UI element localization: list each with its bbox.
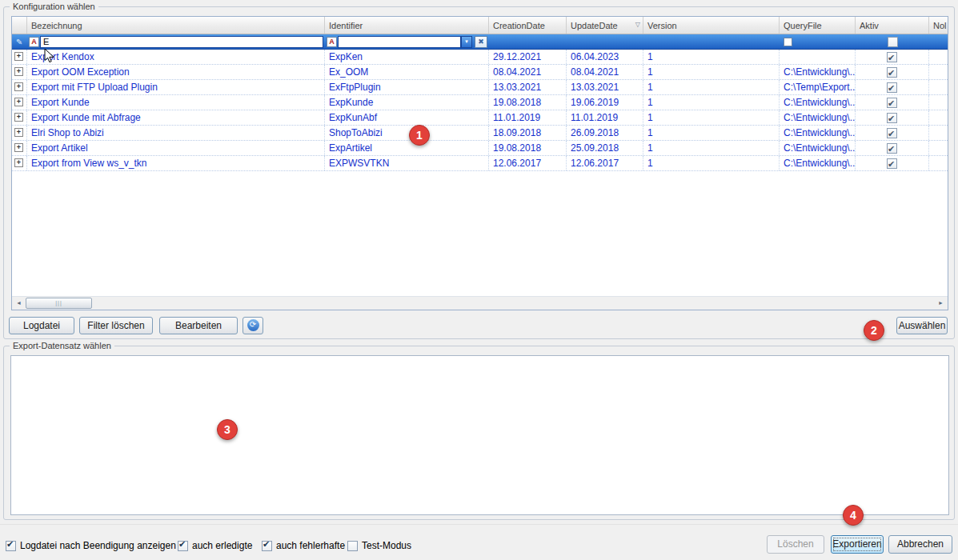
cell-nol — [929, 65, 948, 79]
cell-updatedate: 25.09.2018 — [567, 141, 643, 155]
cell-updatedate: 12.06.2017 — [567, 156, 643, 170]
exportieren-button[interactable]: Exportieren — [831, 535, 884, 554]
aktiv-checkbox[interactable]: ✔ — [887, 143, 897, 154]
filter-queryfile-box[interactable] — [784, 38, 792, 46]
grid-header-queryfile[interactable]: QueryFile — [780, 17, 856, 34]
aktiv-checkbox[interactable]: ✔ — [887, 82, 897, 93]
expand-icon[interactable]: + — [14, 52, 23, 61]
footer-checkbox[interactable]: ✔auch erledigte — [178, 540, 252, 551]
cell-version: 1 — [643, 126, 780, 140]
expand-icon[interactable]: + — [14, 98, 23, 106]
loeschen-button[interactable]: Löschen — [767, 535, 824, 554]
aktiv-checkbox[interactable]: ✔ — [887, 158, 897, 169]
cell-identifier[interactable]: ExpKunAbf — [325, 110, 489, 125]
filter-identifier-input[interactable] — [338, 36, 461, 48]
cell-identifier[interactable]: ExFtpPlugin — [325, 80, 489, 94]
cell-version: 1 — [643, 95, 780, 110]
cell-identifier[interactable]: ExpKen — [325, 50, 489, 64]
grid-header-updatedate[interactable]: UpdateDate▽ — [567, 17, 643, 34]
expand-icon[interactable]: + — [14, 128, 23, 137]
cell-bezeichnung[interactable]: Export mit FTP Upload Plugin — [27, 80, 325, 94]
footer-bar: ✔Logdatei nach Beendigung anzeigen ✔auch… — [0, 524, 958, 560]
table-row[interactable]: + Export Kunde ExpKunde 19.08.2018 19.06… — [12, 95, 948, 110]
expand-icon[interactable]: + — [14, 82, 23, 91]
filter-type-a-icon[interactable]: A — [327, 37, 337, 47]
cell-nol — [929, 95, 948, 110]
grid-header-version[interactable]: Version — [643, 17, 780, 34]
cell-updatedate: 11.01.2019 — [567, 110, 643, 125]
cell-bezeichnung[interactable]: Export Kunde — [27, 95, 325, 110]
footer-checkbox[interactable]: ✔Test-Modus — [347, 540, 411, 551]
cell-nol — [929, 110, 948, 125]
table-row[interactable]: + Export from View ws_v_tkn EXPWSVTKN 12… — [12, 156, 948, 171]
cell-identifier[interactable]: ShopToAbizi — [325, 126, 489, 140]
aktiv-checkbox[interactable]: ✔ — [887, 52, 897, 62]
cell-identifier[interactable]: ExpKunde — [325, 95, 489, 110]
cell-creationdate: 08.04.2021 — [489, 65, 567, 79]
configuration-grid[interactable]: Bezeichnung Identifier CreationDate Upda… — [11, 16, 948, 310]
cell-bezeichnung[interactable]: Export Kunde mit Abfrage — [27, 110, 325, 125]
cell-creationdate: 12.06.2017 — [489, 156, 567, 170]
table-row[interactable]: + Export Kunde mit Abfrage ExpKunAbf 11.… — [12, 110, 948, 126]
aktiv-checkbox[interactable]: ✔ — [887, 113, 897, 123]
filter-loeschen-button[interactable]: Filter löschen — [79, 317, 153, 334]
table-row[interactable]: + Export mit FTP Upload Plugin ExFtpPlug… — [12, 80, 948, 95]
config-groupbox-title: Konfiguration wählen — [10, 2, 98, 11]
table-row[interactable]: + Export Kendox ExpKen 29.12.2021 06.04.… — [12, 50, 948, 65]
footer-checkbox[interactable]: ✔auch fehlerhafte — [262, 540, 345, 551]
filter-clear-icon[interactable]: ✖ — [475, 36, 487, 48]
cell-bezeichnung[interactable]: Export from View ws_v_tkn — [27, 156, 325, 170]
aktiv-checkbox[interactable]: ✔ — [887, 98, 897, 108]
grid-body: + Export Kendox ExpKen 29.12.2021 06.04.… — [12, 50, 948, 171]
cell-nol — [929, 126, 948, 140]
cell-queryfile: C:\Entwicklung\... — [780, 156, 856, 170]
footer-checkbox[interactable]: ✔Logdatei nach Beendigung anzeigen — [6, 540, 176, 551]
expand-icon[interactable]: + — [14, 67, 23, 76]
cell-creationdate: 11.01.2019 — [489, 110, 567, 125]
cell-nol — [929, 80, 948, 94]
table-row[interactable]: + Export Artikel ExpArtikel 19.08.2018 2… — [12, 141, 948, 156]
filter-aktiv-checkbox[interactable]: ✔ — [888, 37, 898, 47]
grid-header-bezeichnung[interactable]: Bezeichnung — [27, 17, 325, 34]
cell-updatedate: 13.03.2021 — [567, 80, 643, 94]
cell-queryfile: C:\Entwicklung\... — [780, 141, 856, 155]
grid-header-identifier[interactable]: Identifier — [325, 17, 489, 34]
scrollbar-track[interactable]: ||| — [26, 297, 934, 310]
cell-bezeichnung[interactable]: Export OOM Exception — [27, 65, 325, 79]
cell-bezeichnung[interactable]: Export Kendox — [27, 50, 325, 64]
expand-icon[interactable]: + — [14, 143, 23, 152]
checkbox-label: Test-Modus — [362, 540, 411, 551]
aktiv-checkbox[interactable]: ✔ — [887, 128, 897, 138]
grid-header-nol[interactable]: Nol — [929, 17, 948, 34]
bearbeiten-button[interactable]: Bearbeiten — [159, 317, 238, 334]
aktiv-checkbox[interactable]: ✔ — [887, 67, 897, 78]
grid-header-creationdate[interactable]: CreationDate — [489, 17, 567, 34]
table-row[interactable]: + Elri Shop to Abizi ShopToAbizi 18.09.2… — [12, 126, 948, 141]
cell-identifier[interactable]: Ex_OOM — [325, 65, 489, 79]
cell-identifier[interactable]: ExpArtikel — [325, 141, 489, 155]
cell-queryfile — [780, 50, 856, 64]
grid-header-aktiv[interactable]: Aktiv — [856, 17, 929, 34]
cell-creationdate: 19.08.2018 — [489, 95, 567, 110]
logdatei-button[interactable]: Logdatei — [9, 317, 74, 334]
auswaehlen-button[interactable]: Auswählen — [896, 317, 948, 334]
scroll-right-icon[interactable]: ► — [934, 297, 948, 310]
scroll-left-icon[interactable]: ◄ — [12, 297, 26, 310]
filter-type-a-icon[interactable]: A — [29, 37, 39, 47]
abbrechen-button[interactable]: Abbrechen — [888, 535, 952, 554]
expand-icon[interactable]: + — [14, 113, 23, 122]
expand-icon[interactable]: + — [14, 158, 23, 167]
cell-bezeichnung[interactable]: Export Artikel — [27, 141, 325, 155]
grid-filter-row[interactable]: ✎ A E A ▼ ✖ ✔ — [12, 34, 948, 50]
horizontal-scrollbar[interactable]: ◄ ||| ► — [12, 296, 948, 310]
export-record-list[interactable] — [10, 355, 949, 515]
cell-version: 1 — [643, 141, 780, 155]
filter-bezeichnung-input[interactable]: E — [40, 36, 323, 48]
cell-identifier[interactable]: EXPWSVTKN — [325, 156, 489, 170]
filter-dropdown-icon[interactable]: ▼ — [461, 36, 472, 48]
scrollbar-thumb[interactable]: ||| — [26, 298, 92, 309]
refresh-button[interactable]: ⟳ — [243, 317, 263, 334]
table-row[interactable]: + Export OOM Exception Ex_OOM 08.04.2021… — [12, 65, 948, 80]
cell-bezeichnung[interactable]: Elri Shop to Abizi — [27, 126, 325, 140]
annotation-2: 2 — [864, 320, 884, 341]
